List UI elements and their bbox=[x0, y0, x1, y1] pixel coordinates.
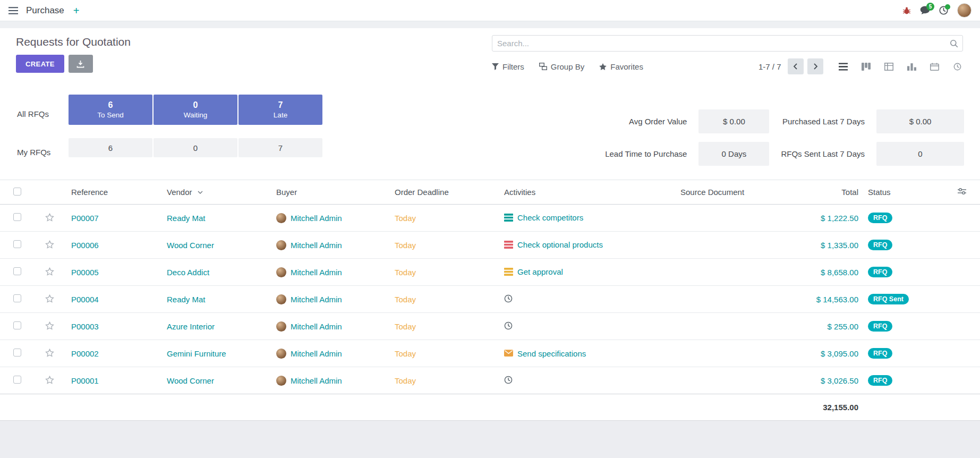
buyer-link[interactable]: Mitchell Admin bbox=[291, 214, 342, 223]
activity-label[interactable]: Get approval bbox=[517, 267, 563, 276]
my-late-count[interactable]: 7 bbox=[238, 138, 322, 157]
graph-icon bbox=[907, 63, 916, 71]
pager-next-button[interactable] bbox=[807, 58, 823, 74]
vendor-link[interactable]: Deco Addict bbox=[167, 268, 209, 277]
col-header-order-deadline[interactable]: Order Deadline bbox=[388, 180, 498, 205]
col-header-vendor[interactable]: Vendor bbox=[160, 180, 270, 205]
reference-link[interactable]: P00002 bbox=[71, 349, 99, 358]
favorite-star-button[interactable] bbox=[45, 294, 54, 303]
user-menu-button[interactable] bbox=[957, 3, 972, 18]
tasks-icon bbox=[504, 241, 513, 249]
star-outline-icon bbox=[45, 376, 54, 384]
row-checkbox[interactable] bbox=[13, 321, 21, 329]
reference-link[interactable]: P00001 bbox=[71, 376, 99, 385]
activity-cell[interactable] bbox=[504, 294, 517, 302]
apps-menu-button[interactable] bbox=[8, 7, 18, 14]
row-checkbox[interactable] bbox=[13, 240, 21, 248]
favorite-star-button[interactable] bbox=[45, 376, 54, 384]
vendor-link[interactable]: Wood Corner bbox=[167, 241, 214, 250]
rfq-row[interactable]: P00007 Ready Mat Mitchell Admin Today Ch… bbox=[0, 205, 980, 232]
vendor-link[interactable]: Ready Mat bbox=[167, 295, 206, 304]
rfq-row[interactable]: P00003 Azure Interior Mitchell Admin Tod… bbox=[0, 313, 980, 340]
reference-link[interactable]: P00006 bbox=[71, 241, 99, 250]
search-input[interactable] bbox=[492, 35, 963, 52]
rfq-row[interactable]: P00006 Wood Corner Mitchell Admin Today … bbox=[0, 232, 980, 259]
reference-link[interactable]: P00005 bbox=[71, 268, 99, 277]
my-to-send-count[interactable]: 6 bbox=[69, 138, 152, 157]
activity-cell[interactable] bbox=[504, 321, 517, 329]
view-kanban-button[interactable] bbox=[860, 61, 872, 72]
pager-previous-button[interactable] bbox=[788, 58, 804, 74]
reference-link[interactable]: P00007 bbox=[71, 214, 99, 223]
rfq-row[interactable]: P00005 Deco Addict Mitchell Admin Today … bbox=[0, 259, 980, 286]
debug-button[interactable] bbox=[902, 6, 911, 15]
row-checkbox[interactable] bbox=[13, 267, 21, 275]
favorites-button[interactable]: Favorites bbox=[599, 62, 643, 71]
vendor-link[interactable]: Gemini Furniture bbox=[167, 349, 226, 358]
row-checkbox[interactable] bbox=[13, 376, 21, 384]
vendor-link[interactable]: Ready Mat bbox=[167, 214, 206, 223]
rfq-row[interactable]: P00004 Ready Mat Mitchell Admin Today bbox=[0, 286, 980, 313]
activities-button[interactable] bbox=[939, 6, 948, 15]
activity-cell[interactable]: Get approval bbox=[504, 267, 563, 276]
favorite-star-button[interactable] bbox=[45, 349, 54, 357]
row-checkbox[interactable] bbox=[13, 349, 21, 357]
app-name[interactable]: Purchase bbox=[26, 5, 64, 16]
vendor-link[interactable]: Azure Interior bbox=[167, 322, 215, 331]
view-activity-button[interactable] bbox=[951, 61, 963, 72]
select-all-checkbox[interactable] bbox=[13, 188, 21, 196]
reference-link[interactable]: P00003 bbox=[71, 322, 99, 331]
buyer-link[interactable]: Mitchell Admin bbox=[291, 241, 342, 250]
list-icon bbox=[839, 63, 848, 71]
activity-cell[interactable]: Check competitors bbox=[504, 213, 583, 222]
buyer-link[interactable]: Mitchell Admin bbox=[291, 322, 342, 331]
buyer-link[interactable]: Mitchell Admin bbox=[291, 349, 342, 358]
messages-button[interactable]: 5 bbox=[920, 6, 930, 15]
activity-cell[interactable]: Send specifications bbox=[504, 349, 586, 358]
row-checkbox[interactable] bbox=[13, 294, 21, 302]
late-card[interactable]: 7 Late bbox=[238, 95, 322, 125]
rfq-row[interactable]: P00001 Wood Corner Mitchell Admin Today bbox=[0, 367, 980, 394]
export-button[interactable] bbox=[69, 55, 93, 73]
buyer-link[interactable]: Mitchell Admin bbox=[291, 295, 342, 304]
activity-label[interactable]: Check competitors bbox=[517, 213, 583, 222]
vendor-link[interactable]: Wood Corner bbox=[167, 376, 214, 385]
col-header-reference[interactable]: Reference bbox=[65, 180, 160, 205]
to-send-card[interactable]: 6 To Send bbox=[69, 95, 152, 125]
optional-columns-button[interactable] bbox=[958, 188, 966, 197]
activity-cell[interactable] bbox=[504, 376, 517, 384]
waiting-count: 0 bbox=[193, 100, 198, 110]
filters-button[interactable]: Filters bbox=[492, 62, 524, 71]
col-header-status[interactable]: Status bbox=[862, 180, 947, 205]
create-button[interactable]: CREATE bbox=[16, 55, 64, 73]
my-waiting-count[interactable]: 0 bbox=[154, 138, 237, 157]
waiting-card[interactable]: 0 Waiting bbox=[154, 95, 237, 125]
buyer-cell: Mitchell Admin bbox=[276, 376, 385, 386]
buyer-cell: Mitchell Admin bbox=[276, 321, 385, 332]
new-tab-plus[interactable]: + bbox=[73, 5, 80, 16]
view-calendar-button[interactable] bbox=[928, 61, 940, 72]
activity-label[interactable]: Check optional products bbox=[517, 240, 603, 249]
col-header-source-document[interactable]: Source Document bbox=[674, 180, 796, 205]
view-list-button[interactable] bbox=[837, 61, 849, 72]
favorite-star-button[interactable] bbox=[45, 321, 54, 330]
favorite-star-button[interactable] bbox=[45, 267, 54, 276]
activity-cell[interactable]: Check optional products bbox=[504, 240, 603, 249]
group-by-button[interactable]: Group By bbox=[539, 62, 584, 71]
buyer-cell: Mitchell Admin bbox=[276, 267, 385, 277]
rfq-row[interactable]: P00002 Gemini Furniture Mitchell Admin T… bbox=[0, 340, 980, 367]
row-checkbox[interactable] bbox=[13, 213, 21, 221]
buyer-link[interactable]: Mitchell Admin bbox=[291, 376, 342, 385]
col-header-total[interactable]: Total bbox=[796, 180, 862, 205]
activity-label[interactable]: Send specifications bbox=[517, 349, 586, 358]
favorite-star-button[interactable] bbox=[45, 213, 54, 222]
col-header-activities[interactable]: Activities bbox=[498, 180, 674, 205]
search-icon[interactable] bbox=[950, 39, 958, 48]
view-pivot-button[interactable] bbox=[883, 61, 894, 72]
kpi-value-avg-order-value: $ 0.00 bbox=[698, 109, 769, 133]
view-graph-button[interactable] bbox=[906, 61, 917, 72]
col-header-buyer[interactable]: Buyer bbox=[270, 180, 388, 205]
buyer-link[interactable]: Mitchell Admin bbox=[291, 268, 342, 277]
favorite-star-button[interactable] bbox=[45, 240, 54, 249]
reference-link[interactable]: P00004 bbox=[71, 295, 99, 304]
